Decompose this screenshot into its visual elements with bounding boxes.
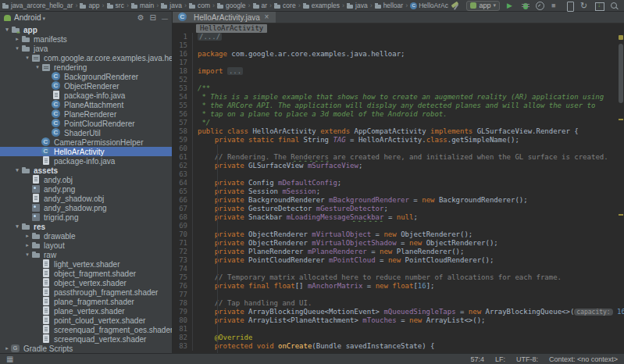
tree-item-trigrid-png[interactable]: trigrid.png — [0, 212, 172, 222]
line-number[interactable]: 78 — [173, 299, 193, 308]
line-number[interactable]: 54 — [173, 93, 193, 102]
tree-item-raw[interactable]: ▾raw — [0, 250, 172, 259]
tree-item-backgroundrenderer[interactable]: BackgroundRenderer — [0, 72, 172, 81]
tree-item-gradle-scripts[interactable]: ▸Gradle Scripts — [0, 344, 172, 353]
expand-right-icon[interactable]: ▸ — [23, 242, 31, 248]
editor-tab-helloaractivity[interactable]: HelloArActivity.java — [173, 12, 276, 23]
line-number[interactable]: 72 — [173, 248, 193, 256]
tree-item-passthrough-fragment-shader[interactable]: passthrough_fragment.shader — [0, 287, 172, 297]
line-number[interactable]: 62 — [173, 162, 193, 170]
tree-item-helloaractivity[interactable]: HelloArActivity — [0, 147, 172, 156]
line-number[interactable]: 75 — [173, 273, 193, 282]
line-number[interactable]: 81 — [173, 325, 193, 334]
tree-item-andy-shadow-png[interactable]: andy_shadow.png — [0, 203, 172, 212]
hide-panel-icon[interactable] — [162, 12, 168, 24]
expand-down-icon[interactable]: ▾ — [3, 27, 11, 33]
line-number[interactable]: 66 — [173, 196, 193, 205]
line-number[interactable]: 69 — [173, 222, 193, 230]
tree-item-drawable[interactable]: ▸drawable — [0, 231, 172, 241]
line-number[interactable]: 16 — [173, 50, 193, 59]
context-widget[interactable]: Context: <no context> — [549, 355, 618, 363]
search-icon[interactable] — [608, 1, 621, 11]
line-number[interactable]: 59 — [173, 136, 193, 145]
line-number[interactable]: 52 — [173, 76, 193, 84]
line-number[interactable]: 80 — [173, 316, 193, 325]
scrollbar-thumb[interactable] — [619, 44, 623, 103]
nav-crumb-src[interactable]: src — [107, 2, 124, 9]
tree-item-object-fragment-shader[interactable]: object_fragment.shader — [0, 269, 172, 278]
line-number[interactable]: 65 — [173, 187, 193, 196]
caret-position-widget[interactable]: 57:4 — [470, 355, 484, 363]
tree-item-screenquad-vertex-shader[interactable]: screenquad_vertex.shader — [0, 334, 172, 344]
nav-crumb-core[interactable]: core — [274, 2, 296, 9]
line-number[interactable]: 71 — [173, 239, 193, 248]
line-number[interactable]: 53 — [173, 84, 193, 93]
nav-crumb-main[interactable]: main — [131, 2, 154, 9]
line-number[interactable]: 1 — [173, 33, 193, 41]
line-number[interactable]: 70 — [173, 230, 193, 239]
nav-crumb-app[interactable]: app — [80, 2, 99, 9]
expand-down-icon[interactable]: ▾ — [13, 167, 21, 173]
tree-item-plane-fragment-shader[interactable]: plane_fragment.shader — [0, 297, 172, 306]
line-number[interactable]: 17 — [173, 59, 193, 67]
debug-icon[interactable] — [519, 1, 532, 11]
tree-item-rendering[interactable]: ▾rendering — [0, 62, 172, 72]
collapse-all-icon[interactable] — [150, 12, 156, 23]
line-number[interactable]: 63 — [173, 170, 193, 179]
tree-item-com-google-ar-core-examples-java-helloar[interactable]: ▾com.google.ar.core.examples.java.helloa… — [0, 53, 172, 62]
tree-item-object-vertex-shader[interactable]: object_vertex.shader — [0, 278, 172, 287]
tree-item-pointcloudrenderer[interactable]: PointCloudRenderer — [0, 119, 172, 128]
nav-crumb-google[interactable]: google — [217, 2, 246, 9]
tree-item-andy-shadow-obj[interactable]: andy_shadow.obj — [0, 194, 172, 203]
tree-item-layout[interactable]: ▸layout — [0, 241, 172, 250]
tool-window-switcher-icon[interactable] — [6, 355, 13, 363]
tree-item-screenquad-fragment-oes-shader[interactable]: screenquad_fragment_oes.shader — [0, 325, 172, 334]
sdk-manager-icon[interactable] — [593, 1, 606, 11]
tree-item-andy-png[interactable]: andy.png — [0, 184, 172, 194]
line-number[interactable]: 79 — [173, 308, 193, 316]
expand-down-icon[interactable]: ▾ — [23, 55, 31, 61]
nav-crumb-java[interactable]: java — [347, 2, 368, 9]
line-number[interactable]: 73 — [173, 256, 193, 265]
tree-item-planeattachment[interactable]: PlaneAttachment — [0, 100, 172, 109]
line-number[interactable]: 15 — [173, 41, 193, 50]
line-number[interactable]: 58 — [173, 127, 193, 136]
encoding-widget[interactable]: UTF-8: — [516, 355, 538, 363]
run-configuration-selector[interactable]: app▾ — [466, 1, 500, 11]
line-separator-widget[interactable]: LF: — [495, 355, 505, 363]
tree-item-package-info-java[interactable]: package-info.java — [0, 156, 172, 166]
tree-item-res[interactable]: ▾res — [0, 222, 172, 231]
line-number[interactable]: 74 — [173, 265, 193, 273]
line-number[interactable]: 76 — [173, 282, 193, 291]
tree-item-andy-obj[interactable]: andy.obj — [0, 175, 172, 184]
line-number[interactable]: 18 — [173, 67, 193, 76]
sync-project-icon[interactable] — [578, 1, 591, 11]
tree-item-plane-vertex-shader[interactable]: plane_vertex.shader — [0, 306, 172, 316]
expand-right-icon[interactable]: ▸ — [23, 233, 31, 239]
line-number[interactable]: 64 — [173, 179, 193, 187]
tree-item-camerapermissionhelper[interactable]: CameraPermissionHelper — [0, 137, 172, 147]
run-icon[interactable] — [504, 1, 517, 11]
nav-crumb-helloaractivity[interactable]: HelloArActivity — [410, 2, 448, 9]
tree-item-assets[interactable]: ▾assets — [0, 166, 172, 175]
line-number[interactable]: 60 — [173, 145, 193, 153]
line-number[interactable]: 82 — [173, 334, 193, 342]
line-number[interactable]: 61 — [173, 153, 193, 162]
build-hammer-icon[interactable] — [449, 1, 462, 11]
expand-right-icon[interactable]: ▸ — [3, 345, 11, 352]
project-view-selector[interactable]: Android — [14, 13, 45, 22]
close-tab-icon[interactable] — [263, 12, 270, 22]
expand-down-icon[interactable]: ▾ — [23, 252, 31, 258]
breadcrumb-class-chip[interactable]: HelloArActivity — [196, 24, 267, 33]
warning-mark[interactable] — [619, 214, 623, 216]
nav-crumb-helloar[interactable]: helloar — [375, 2, 404, 9]
nav-crumb-java_arcore_hello_ar[interactable]: java_arcore_hello_ar — [2, 2, 73, 9]
tree-item-app[interactable]: ▾app — [0, 25, 172, 34]
tree-item-light-vertex-shader[interactable]: light_vertex.shader — [0, 259, 172, 269]
line-number[interactable]: 68 — [173, 213, 193, 222]
nav-crumb-java[interactable]: java — [161, 2, 182, 9]
nav-crumb-examples[interactable]: examples — [303, 2, 340, 9]
expand-down-icon[interactable]: ▾ — [13, 223, 21, 230]
line-number[interactable]: 77 — [173, 291, 193, 299]
nav-crumb-com[interactable]: com — [189, 2, 210, 9]
